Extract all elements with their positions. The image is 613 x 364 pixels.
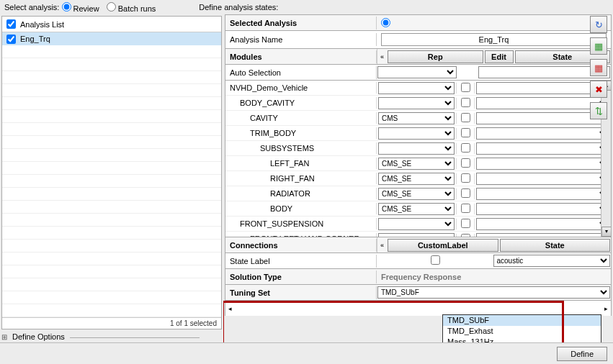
analysis-name-row: Analysis Name	[225, 30, 612, 48]
rep-select[interactable]	[378, 82, 455, 94]
scroll-right-icon[interactable]: ▸	[601, 305, 611, 312]
state-value-select[interactable]: acoustic	[493, 255, 611, 267]
edit-cell[interactable]	[456, 143, 475, 154]
tree-row[interactable]: LEFT_FANCMS_SE	[225, 156, 611, 171]
swap-icon[interactable]: ⇅	[590, 102, 607, 119]
tree-row[interactable]: RADIATORCMS_SE	[225, 186, 611, 201]
batch-radio[interactable]	[107, 2, 116, 12]
refresh-icon[interactable]: ↻	[590, 16, 607, 33]
state-select[interactable]	[476, 218, 609, 230]
edit-checkbox[interactable]	[461, 128, 470, 137]
edit-checkbox[interactable]	[461, 173, 470, 183]
rep-select[interactable]	[378, 218, 455, 230]
tree-row[interactable]: SUBSYSTEMS	[225, 141, 611, 156]
customlabel-col-button[interactable]: CustomLabel	[388, 239, 498, 252]
review-radio-label[interactable]: Review	[62, 2, 99, 13]
tree-label: TRIM_BODY	[225, 127, 377, 139]
scroll-left-icon[interactable]: ◂	[225, 305, 235, 312]
add-icon[interactable]: ▦	[590, 37, 607, 55]
state-select[interactable]	[476, 188, 609, 200]
expand-icon[interactable]: ⊞	[1, 333, 7, 341]
edit-cell[interactable]	[456, 158, 475, 169]
tree-row[interactable]: FRONT LEFT HAND CORNER	[225, 232, 611, 237]
edit-cell[interactable]	[456, 234, 475, 237]
state-select[interactable]	[476, 142, 609, 155]
solution-type-row: Solution Type Frequency Response	[225, 268, 612, 284]
edit-checkbox[interactable]	[461, 204, 470, 213]
tree-row[interactable]: FRONT_SUSPENSION	[225, 217, 611, 232]
delete-icon[interactable]: ✖	[590, 81, 607, 98]
auto-rep-select[interactable]	[377, 66, 457, 78]
batch-radio-label[interactable]: Batch runs	[107, 2, 156, 13]
selected-analysis-header: Selected Analysis ▾	[225, 14, 612, 30]
modules-tree: NVHD_Demo_VehicleBODY_CAVITYCAVITYCMSTRI…	[225, 80, 612, 237]
rep-select[interactable]	[378, 233, 455, 237]
rep-select[interactable]	[378, 142, 455, 155]
tuning-option[interactable]: TMD_SUbF	[443, 315, 601, 326]
define-states-label: Define analysis states:	[199, 3, 278, 12]
collapse-icon[interactable]: «	[377, 49, 387, 64]
edit-cell[interactable]	[456, 113, 475, 124]
tree-label: CAVITY	[225, 112, 377, 124]
edit-cell[interactable]	[456, 219, 475, 229]
edit-checkbox[interactable]	[461, 113, 470, 122]
scroll-down-icon[interactable]: ▾	[601, 227, 612, 237]
analysis-radio[interactable]	[381, 18, 390, 27]
tree-row[interactable]: BODY_CAVITY	[225, 96, 611, 111]
tree-row[interactable]: RIGHT_FANCMS_SE	[225, 171, 611, 186]
state-select[interactable]	[476, 127, 609, 140]
edit-checkbox[interactable]	[461, 188, 470, 198]
state-label-checkbox[interactable]	[431, 255, 440, 265]
rep-col-button[interactable]: Rep	[388, 50, 483, 63]
rep-select[interactable]: CMS_SE	[378, 188, 455, 200]
state-select[interactable]	[476, 158, 609, 170]
rep-select[interactable]: CMS_SE	[378, 158, 455, 170]
tuning-dropdown-list[interactable]: TMD_SUbF TMD_Exhast Mass_131Hz	[442, 314, 601, 342]
tree-row[interactable]: CAVITYCMS	[225, 111, 611, 126]
define-button[interactable]: Define	[557, 347, 607, 361]
review-radio[interactable]	[62, 2, 71, 12]
tree-row[interactable]: BODYCMS_SE	[225, 201, 611, 217]
tuning-option[interactable]: Mass_131Hz	[443, 337, 601, 342]
edit-cell[interactable]	[456, 188, 475, 199]
tree-label: BODY	[225, 203, 377, 214]
modules-header: Modules « Rep Edit State	[225, 48, 612, 64]
edit-cell[interactable]	[456, 173, 475, 184]
rep-select[interactable]	[378, 127, 455, 140]
rep-select[interactable]: CMS_SE	[378, 173, 455, 185]
select-all-checkbox[interactable]	[6, 19, 16, 29]
tuning-option[interactable]: TMD_Exhast	[443, 326, 601, 337]
tree-row[interactable]: NVHD_Demo_Vehicle	[225, 81, 611, 96]
list-footer: 1 of 1 selected	[2, 317, 221, 329]
tuning-scroll-row[interactable]: ◂ ▸	[225, 300, 612, 316]
analysis-name-field[interactable]	[381, 33, 607, 46]
list-item[interactable]: Eng_Trq	[2, 32, 221, 45]
edit-cell[interactable]	[456, 98, 475, 109]
collapse-icon[interactable]: «	[377, 237, 387, 252]
rep-select[interactable]: CMS_SE	[378, 203, 455, 215]
edit-checkbox[interactable]	[461, 98, 470, 107]
rep-select[interactable]: CMS	[378, 112, 455, 124]
edit-checkbox[interactable]	[461, 234, 470, 237]
edit-cell[interactable]	[456, 204, 475, 214]
state-select[interactable]	[476, 173, 609, 185]
edit-cell[interactable]	[456, 83, 475, 94]
conn-state-col-button[interactable]: State	[500, 239, 611, 252]
tree-label: NVHD_Demo_Vehicle	[225, 82, 377, 94]
rep-select[interactable]	[378, 97, 455, 109]
edit-cell[interactable]	[456, 128, 475, 139]
edit-checkbox[interactable]	[461, 83, 470, 92]
tree-label: SUBSYSTEMS	[225, 142, 377, 154]
remove-icon[interactable]: ▦	[590, 59, 607, 76]
edit-col-button[interactable]: Edit	[485, 50, 514, 63]
edit-checkbox[interactable]	[461, 219, 470, 228]
item-checkbox[interactable]	[6, 35, 16, 44]
edit-checkbox[interactable]	[461, 143, 470, 153]
tree-row[interactable]: TRIM_BODY	[225, 126, 611, 141]
tree-label: RIGHT_FAN	[225, 173, 377, 184]
tree-label: FRONT LEFT HAND CORNER	[225, 233, 377, 237]
edit-checkbox[interactable]	[461, 158, 470, 168]
state-select[interactable]	[476, 233, 609, 237]
tuning-set-select[interactable]: TMD_SUbF	[377, 286, 610, 299]
state-select[interactable]	[476, 203, 609, 215]
